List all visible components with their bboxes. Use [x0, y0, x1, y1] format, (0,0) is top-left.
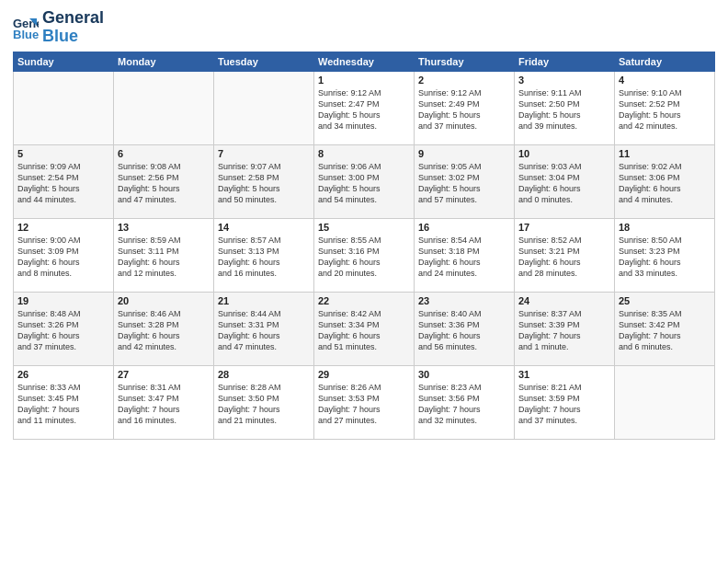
header-cell-friday: Friday — [515, 52, 615, 71]
day-cell: 31Sunrise: 8:21 AM Sunset: 3:59 PM Dayli… — [515, 365, 615, 439]
day-number: 31 — [518, 369, 610, 380]
day-cell: 2Sunrise: 9:12 AM Sunset: 2:49 PM Daylig… — [415, 71, 515, 144]
day-info: Sunrise: 9:12 AM Sunset: 2:47 PM Dayligh… — [318, 87, 410, 132]
header-cell-thursday: Thursday — [415, 52, 515, 71]
day-cell: 21Sunrise: 8:44 AM Sunset: 3:31 PM Dayli… — [214, 292, 314, 365]
day-info: Sunrise: 8:55 AM Sunset: 3:16 PM Dayligh… — [318, 235, 410, 280]
day-info: Sunrise: 8:50 AM Sunset: 3:23 PM Dayligh… — [619, 235, 711, 280]
day-cell: 8Sunrise: 9:06 AM Sunset: 3:00 PM Daylig… — [314, 144, 415, 218]
day-number: 11 — [619, 148, 711, 159]
day-info: Sunrise: 8:54 AM Sunset: 3:18 PM Dayligh… — [418, 235, 510, 280]
day-cell: 9Sunrise: 9:05 AM Sunset: 3:02 PM Daylig… — [415, 144, 515, 218]
day-number: 30 — [418, 369, 510, 380]
day-number: 15 — [318, 222, 410, 233]
header-cell-saturday: Saturday — [615, 52, 715, 71]
day-number: 10 — [518, 148, 610, 159]
day-info: Sunrise: 8:28 AM Sunset: 3:50 PM Dayligh… — [218, 382, 310, 427]
day-info: Sunrise: 9:10 AM Sunset: 2:52 PM Dayligh… — [619, 87, 711, 132]
day-number: 9 — [418, 148, 510, 159]
day-cell: 30Sunrise: 8:23 AM Sunset: 3:56 PM Dayli… — [415, 365, 515, 439]
day-number: 22 — [318, 295, 410, 306]
day-info: Sunrise: 9:00 AM Sunset: 3:09 PM Dayligh… — [17, 235, 109, 280]
day-info: Sunrise: 8:46 AM Sunset: 3:28 PM Dayligh… — [118, 308, 210, 353]
header-cell-wednesday: Wednesday — [314, 52, 415, 71]
day-cell: 17Sunrise: 8:52 AM Sunset: 3:21 PM Dayli… — [515, 218, 615, 292]
day-cell: 5Sunrise: 9:09 AM Sunset: 2:54 PM Daylig… — [14, 144, 114, 218]
day-number: 8 — [318, 148, 410, 159]
day-cell: 20Sunrise: 8:46 AM Sunset: 3:28 PM Dayli… — [114, 292, 214, 365]
day-number: 18 — [619, 222, 711, 233]
day-info: Sunrise: 9:08 AM Sunset: 2:56 PM Dayligh… — [118, 161, 210, 206]
week-row-4: 19Sunrise: 8:48 AM Sunset: 3:26 PM Dayli… — [14, 292, 715, 365]
header-cell-tuesday: Tuesday — [214, 52, 314, 71]
day-cell — [615, 365, 715, 439]
day-number: 12 — [17, 222, 109, 233]
day-info: Sunrise: 8:57 AM Sunset: 3:13 PM Dayligh… — [218, 235, 310, 280]
day-cell: 11Sunrise: 9:02 AM Sunset: 3:06 PM Dayli… — [615, 144, 715, 218]
day-info: Sunrise: 8:35 AM Sunset: 3:42 PM Dayligh… — [619, 308, 711, 353]
day-info: Sunrise: 9:05 AM Sunset: 3:02 PM Dayligh… — [418, 161, 510, 206]
day-cell: 19Sunrise: 8:48 AM Sunset: 3:26 PM Dayli… — [14, 292, 114, 365]
day-number: 5 — [17, 148, 109, 159]
svg-text:Blue: Blue — [13, 28, 39, 40]
day-cell: 23Sunrise: 8:40 AM Sunset: 3:36 PM Dayli… — [415, 292, 515, 365]
header-cell-sunday: Sunday — [14, 52, 114, 71]
day-info: Sunrise: 8:26 AM Sunset: 3:53 PM Dayligh… — [318, 382, 410, 427]
day-cell: 18Sunrise: 8:50 AM Sunset: 3:23 PM Dayli… — [615, 218, 715, 292]
day-cell: 13Sunrise: 8:59 AM Sunset: 3:11 PM Dayli… — [114, 218, 214, 292]
day-info: Sunrise: 8:23 AM Sunset: 3:56 PM Dayligh… — [418, 382, 510, 427]
day-cell: 14Sunrise: 8:57 AM Sunset: 3:13 PM Dayli… — [214, 218, 314, 292]
day-info: Sunrise: 8:21 AM Sunset: 3:59 PM Dayligh… — [518, 382, 610, 427]
day-cell: 10Sunrise: 9:03 AM Sunset: 3:04 PM Dayli… — [515, 144, 615, 218]
week-row-1: 1Sunrise: 9:12 AM Sunset: 2:47 PM Daylig… — [14, 71, 715, 144]
day-info: Sunrise: 8:37 AM Sunset: 3:39 PM Dayligh… — [518, 308, 610, 353]
day-cell: 29Sunrise: 8:26 AM Sunset: 3:53 PM Dayli… — [314, 365, 415, 439]
day-number: 14 — [218, 222, 310, 233]
day-cell: 25Sunrise: 8:35 AM Sunset: 3:42 PM Dayli… — [615, 292, 715, 365]
day-number: 13 — [118, 222, 210, 233]
day-info: Sunrise: 8:42 AM Sunset: 3:34 PM Dayligh… — [318, 308, 410, 353]
day-cell: 26Sunrise: 8:33 AM Sunset: 3:45 PM Dayli… — [14, 365, 114, 439]
day-info: Sunrise: 8:52 AM Sunset: 3:21 PM Dayligh… — [518, 235, 610, 280]
day-number: 20 — [118, 295, 210, 306]
day-number: 24 — [518, 295, 610, 306]
day-number: 4 — [619, 75, 711, 86]
day-number: 3 — [518, 75, 610, 86]
day-info: Sunrise: 8:33 AM Sunset: 3:45 PM Dayligh… — [17, 382, 109, 427]
day-number: 2 — [418, 75, 510, 86]
logo-text-line1: General Blue — [42, 9, 104, 46]
week-row-2: 5Sunrise: 9:09 AM Sunset: 2:54 PM Daylig… — [14, 144, 715, 218]
day-number: 28 — [218, 369, 310, 380]
header-cell-monday: Monday — [114, 52, 214, 71]
day-number: 17 — [518, 222, 610, 233]
day-number: 16 — [418, 222, 510, 233]
week-row-5: 26Sunrise: 8:33 AM Sunset: 3:45 PM Dayli… — [14, 365, 715, 439]
day-info: Sunrise: 9:09 AM Sunset: 2:54 PM Dayligh… — [17, 161, 109, 206]
day-info: Sunrise: 9:03 AM Sunset: 3:04 PM Dayligh… — [518, 161, 610, 206]
day-info: Sunrise: 8:40 AM Sunset: 3:36 PM Dayligh… — [418, 308, 510, 353]
day-cell: 7Sunrise: 9:07 AM Sunset: 2:58 PM Daylig… — [214, 144, 314, 218]
day-number: 6 — [118, 148, 210, 159]
day-info: Sunrise: 9:07 AM Sunset: 2:58 PM Dayligh… — [218, 161, 310, 206]
day-info: Sunrise: 8:31 AM Sunset: 3:47 PM Dayligh… — [118, 382, 210, 427]
calendar-table: SundayMondayTuesdayWednesdayThursdayFrid… — [13, 52, 715, 440]
day-cell: 12Sunrise: 9:00 AM Sunset: 3:09 PM Dayli… — [14, 218, 114, 292]
day-number: 27 — [118, 369, 210, 380]
day-info: Sunrise: 9:06 AM Sunset: 3:00 PM Dayligh… — [318, 161, 410, 206]
week-row-3: 12Sunrise: 9:00 AM Sunset: 3:09 PM Dayli… — [14, 218, 715, 292]
day-info: Sunrise: 8:48 AM Sunset: 3:26 PM Dayligh… — [17, 308, 109, 353]
day-number: 26 — [17, 369, 109, 380]
day-number: 1 — [318, 75, 410, 86]
day-info: Sunrise: 8:59 AM Sunset: 3:11 PM Dayligh… — [118, 235, 210, 280]
day-number: 19 — [17, 295, 109, 306]
day-info: Sunrise: 9:12 AM Sunset: 2:49 PM Dayligh… — [418, 87, 510, 132]
day-cell: 15Sunrise: 8:55 AM Sunset: 3:16 PM Dayli… — [314, 218, 415, 292]
day-cell: 4Sunrise: 9:10 AM Sunset: 2:52 PM Daylig… — [615, 71, 715, 144]
day-number: 25 — [619, 295, 711, 306]
logo: General Blue General Blue — [13, 9, 104, 46]
day-info: Sunrise: 9:02 AM Sunset: 3:06 PM Dayligh… — [619, 161, 711, 206]
day-number: 21 — [218, 295, 310, 306]
day-cell: 16Sunrise: 8:54 AM Sunset: 3:18 PM Dayli… — [415, 218, 515, 292]
page-header: General Blue General Blue — [13, 9, 715, 46]
day-cell: 3Sunrise: 9:11 AM Sunset: 2:50 PM Daylig… — [515, 71, 615, 144]
